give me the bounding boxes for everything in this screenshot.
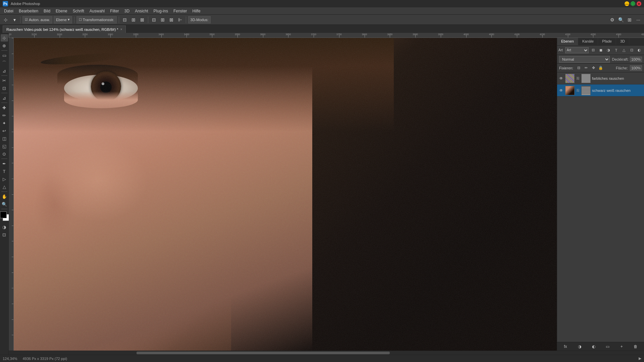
menu-plugins[interactable]: Plug-ins xyxy=(151,8,171,14)
tab-close-button[interactable]: × xyxy=(120,27,122,31)
align-bottom-button[interactable]: ⊠ xyxy=(168,16,175,23)
blend-mode-dropdown[interactable]: Normal xyxy=(559,56,610,63)
tab-bar: Rauschen Video.psdc bei 124% (schwarz we… xyxy=(0,25,644,33)
menu-schrift[interactable]: Schrift xyxy=(70,8,87,14)
path-select-tool[interactable]: ▷ xyxy=(1,175,8,183)
menu-filter[interactable]: Filter xyxy=(107,8,122,14)
workspace-button[interactable]: ⊞ xyxy=(626,16,633,23)
layer-dropdown-button[interactable]: Ebene ▾ xyxy=(54,16,72,23)
face-canvas xyxy=(14,38,557,351)
menu-ebene[interactable]: Ebene xyxy=(53,8,70,14)
filter-text-button[interactable]: T xyxy=(613,47,620,54)
fill-label: Fläche: xyxy=(616,66,628,70)
distribute-button[interactable]: ⊩ xyxy=(176,16,184,23)
brush-tool[interactable]: ✏ xyxy=(1,112,8,119)
align-middle-v-button[interactable]: ⊞ xyxy=(159,16,166,23)
align-top-button[interactable]: ⊟ xyxy=(150,16,158,23)
maximize-button[interactable]: □ xyxy=(631,1,635,6)
menu-bearbeiten[interactable]: Bearbeiten xyxy=(16,8,41,14)
screen-mode-button[interactable]: ⊡ xyxy=(1,231,8,238)
ruler-top: 3100315032003250330033503400345035003550… xyxy=(9,33,644,38)
layer-filter-dropdown[interactable]: Art xyxy=(565,47,589,53)
menu-hilfe[interactable]: Hilfe xyxy=(190,8,203,14)
opacity-input[interactable] xyxy=(630,57,642,62)
lock-position-button[interactable]: ✥ xyxy=(590,65,597,71)
search-button[interactable]: 🔍 xyxy=(617,16,625,23)
move-tool-options[interactable]: ⊹ xyxy=(2,16,9,23)
active-document-tab[interactable]: Rauschen Video.psdc bei 124% (schwarz we… xyxy=(3,25,126,33)
tab-kanale[interactable]: Kanäle xyxy=(578,38,598,45)
hand-tool[interactable]: ✋ xyxy=(1,193,8,200)
quick-selection-tool[interactable]: ⊿ xyxy=(1,67,8,74)
align-left-button[interactable]: ⊟ xyxy=(121,16,128,23)
minimize-button[interactable]: — xyxy=(625,1,629,6)
menu-auswahl[interactable]: Auswahl xyxy=(87,8,107,14)
layer-visibility-eye[interactable]: 👁 xyxy=(558,76,564,81)
h-scroll-thumb[interactable] xyxy=(137,352,389,354)
lock-all-button[interactable]: 🔒 xyxy=(597,65,604,71)
shape-tool[interactable]: △ xyxy=(1,183,8,190)
menu-datei[interactable]: Datei xyxy=(1,8,16,14)
auto-select-button[interactable]: ☑ Auton. ausw. xyxy=(22,16,52,23)
history-brush-tool[interactable]: ↩ xyxy=(1,127,8,134)
menu-fenster[interactable]: Fenster xyxy=(171,8,190,14)
filter-shape-button[interactable]: △ xyxy=(621,47,627,54)
clone-stamp-tool[interactable]: ✦ xyxy=(1,119,8,127)
close-button[interactable]: × xyxy=(637,1,641,6)
fill-input[interactable] xyxy=(630,65,642,71)
filter-adjustment-button[interactable]: ◑ xyxy=(605,47,612,54)
new-group-button[interactable]: ▭ xyxy=(604,343,611,350)
left-toolbar: ⊹ ⊕ ▭ ⌒ ⊿ ✂ ⊡ ⊿ ✚ ✏ ✦ ↩ ◫ ◱ ⊙ ✒ T ▷ △ ✋ … xyxy=(0,33,9,355)
layer-thumbnail-farbliches xyxy=(565,74,575,83)
add-mask-button[interactable]: ◑ xyxy=(576,343,583,350)
arrow-options[interactable]: ▾ xyxy=(11,16,18,23)
filter-toggle-button[interactable]: ◐ xyxy=(636,47,643,54)
menu-ansicht[interactable]: Ansicht xyxy=(132,8,151,14)
crop-tool[interactable]: ✂ xyxy=(1,77,8,84)
filter-label: Art xyxy=(558,48,563,52)
lasso-tool[interactable]: ⌒ xyxy=(1,59,8,67)
text-tool[interactable]: T xyxy=(1,168,8,175)
3d-mode-label: 3D-Modus: xyxy=(191,18,209,22)
align-right-button[interactable]: ⊠ xyxy=(139,16,146,23)
tab-3d[interactable]: 3D xyxy=(616,38,629,45)
foreground-color[interactable] xyxy=(0,212,7,218)
horizontal-scrollbar[interactable] xyxy=(9,351,644,355)
menu-bild[interactable]: Bild xyxy=(41,8,53,14)
extras-button[interactable]: ⚙ xyxy=(608,16,616,23)
layer-visibility-eye-2[interactable]: 👁 xyxy=(558,88,564,93)
new-layer-button[interactable]: + xyxy=(618,343,625,350)
layer-item-farbliches-rauschen[interactable]: 👁 ⛓ farbliches rauschen xyxy=(557,72,644,84)
filter-smartobj-button[interactable]: ⊡ xyxy=(628,47,635,54)
3d-mode-button[interactable]: 3D-Modus: xyxy=(188,16,211,23)
transform-checkbox-button[interactable]: ☐ Transformationsstr. xyxy=(76,16,117,23)
eraser-tool[interactable]: ◫ xyxy=(1,135,8,142)
delete-layer-button[interactable]: 🗑 xyxy=(632,343,639,350)
gradient-tool[interactable]: ◱ xyxy=(1,142,8,150)
menu-3d[interactable]: 3D xyxy=(122,8,132,14)
marquee-tool[interactable]: ▭ xyxy=(1,52,8,59)
move-tool[interactable]: ⊹ xyxy=(1,34,8,42)
layer-item-schwarz-weiss-rauschen[interactable]: 👁 ⛓ schwarz weiß rauschen xyxy=(557,84,644,97)
canvas-area[interactable] xyxy=(14,38,557,351)
new-fill-adjustment-button[interactable]: ◐ xyxy=(590,343,597,350)
more-options-button[interactable]: ··· xyxy=(635,16,642,23)
tab-ebenen[interactable]: Ebenen xyxy=(557,38,578,45)
layers-panel: Art Art ⊟ ◼ ◑ T △ ⊡ ◐ xyxy=(557,46,644,351)
dodge-tool[interactable]: ⊙ xyxy=(1,150,8,158)
frame-tool[interactable]: ⊡ xyxy=(1,84,8,92)
quick-mask-button[interactable]: ◑ xyxy=(1,223,8,231)
align-center-h-button[interactable]: ⊞ xyxy=(130,16,137,23)
filter-kind-button[interactable]: ⊟ xyxy=(590,47,596,54)
artboard-tool[interactable]: ⊕ xyxy=(1,42,8,49)
heal-tool[interactable]: ✚ xyxy=(1,104,8,111)
lock-transparent-button[interactable]: ⊟ xyxy=(575,65,582,71)
pen-tool[interactable]: ✒ xyxy=(1,160,8,167)
lock-image-button[interactable]: ✏ xyxy=(583,65,589,71)
tab-pfade[interactable]: Pfade xyxy=(598,38,616,45)
zoom-tool[interactable]: 🔍 xyxy=(1,200,8,208)
filter-pixel-button[interactable]: ◼ xyxy=(597,47,604,54)
eyedropper-tool[interactable]: ⊿ xyxy=(1,94,8,102)
layer-fx-button[interactable]: fx xyxy=(562,343,569,350)
auto-select-checkbox: ☑ xyxy=(25,18,28,21)
